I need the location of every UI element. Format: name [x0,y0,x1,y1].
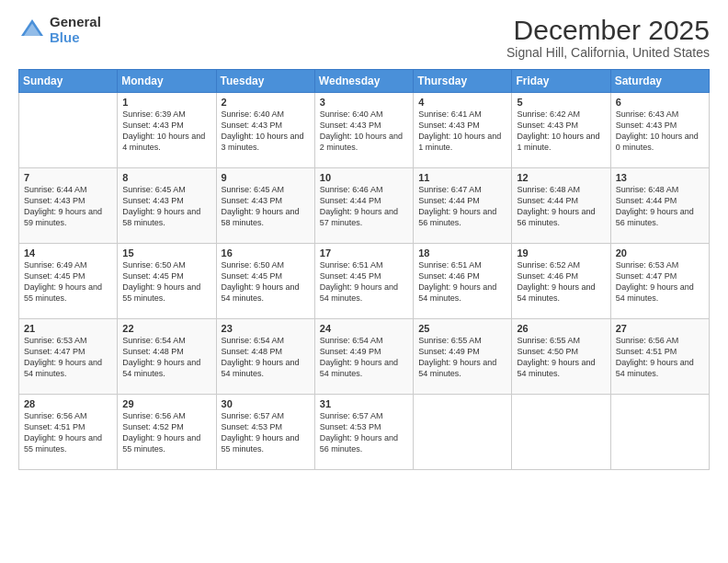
day-info: Sunrise: 6:54 AMSunset: 4:49 PMDaylight:… [320,336,398,378]
table-row: 19 Sunrise: 6:52 AMSunset: 4:46 PMDaylig… [512,244,610,319]
logo-icon [18,17,46,44]
day-info: Sunrise: 6:45 AMSunset: 4:43 PMDaylight:… [122,185,200,227]
header-thursday: Thursday [414,70,512,93]
day-info: Sunrise: 6:50 AMSunset: 4:45 PMDaylight:… [222,260,300,303]
table-row: 7 Sunrise: 6:44 AMSunset: 4:43 PMDayligh… [19,168,118,244]
day-info: Sunrise: 6:40 AMSunset: 4:43 PMDaylight:… [320,109,403,152]
day-number: 5 [517,97,605,108]
table-row: 10 Sunrise: 6:46 AMSunset: 4:44 PMDaylig… [314,168,413,244]
calendar-week-row: 7 Sunrise: 6:44 AMSunset: 4:43 PMDayligh… [19,168,710,244]
day-number: 15 [122,247,210,259]
day-number: 7 [24,172,112,183]
day-info: Sunrise: 6:43 AMSunset: 4:43 PMDaylight:… [616,109,699,152]
table-row [414,395,512,470]
day-number: 16 [222,247,310,259]
day-number: 13 [616,172,704,183]
day-info: Sunrise: 6:53 AMSunset: 4:47 PMDaylight:… [24,336,102,378]
day-info: Sunrise: 6:50 AMSunset: 4:45 PMDaylight:… [122,260,200,303]
logo-general-label: General [50,15,101,30]
table-row: 17 Sunrise: 6:51 AMSunset: 4:45 PMDaylig… [314,244,413,319]
header-friday: Friday [512,70,610,93]
page: General Blue December 2025 Signal Hill, … [0,0,728,563]
table-row: 6 Sunrise: 6:43 AMSunset: 4:43 PMDayligh… [610,93,709,168]
day-info: Sunrise: 6:45 AMSunset: 4:43 PMDaylight:… [222,185,300,227]
day-number: 20 [616,247,704,259]
header-tuesday: Tuesday [216,70,314,93]
table-row [610,395,709,470]
day-number: 6 [616,97,704,108]
day-info: Sunrise: 6:56 AMSunset: 4:51 PMDaylight:… [24,411,102,454]
table-row: 13 Sunrise: 6:48 AMSunset: 4:44 PMDaylig… [610,168,709,244]
table-row: 30 Sunrise: 6:57 AMSunset: 4:53 PMDaylig… [216,395,314,470]
table-row: 12 Sunrise: 6:48 AMSunset: 4:44 PMDaylig… [512,168,610,244]
table-row: 25 Sunrise: 6:55 AMSunset: 4:49 PMDaylig… [414,319,512,395]
table-row: 23 Sunrise: 6:54 AMSunset: 4:48 PMDaylig… [216,319,314,395]
table-row: 1 Sunrise: 6:39 AMSunset: 4:43 PMDayligh… [118,93,216,168]
day-info: Sunrise: 6:39 AMSunset: 4:43 PMDaylight:… [122,109,205,152]
day-info: Sunrise: 6:48 AMSunset: 4:44 PMDaylight:… [616,185,694,227]
day-number: 17 [320,247,408,259]
table-row: 16 Sunrise: 6:50 AMSunset: 4:45 PMDaylig… [216,244,314,319]
day-number: 3 [320,97,408,108]
table-row: 15 Sunrise: 6:50 AMSunset: 4:45 PMDaylig… [118,244,216,319]
calendar: Sunday Monday Tuesday Wednesday Thursday… [18,69,710,470]
day-info: Sunrise: 6:55 AMSunset: 4:50 PMDaylight:… [517,336,595,378]
day-info: Sunrise: 6:42 AMSunset: 4:43 PMDaylight:… [517,109,599,152]
table-row: 24 Sunrise: 6:54 AMSunset: 4:49 PMDaylig… [314,319,413,395]
table-row [512,395,610,470]
table-row: 11 Sunrise: 6:47 AMSunset: 4:44 PMDaylig… [414,168,512,244]
day-number: 31 [320,398,408,409]
day-number: 18 [418,247,506,259]
day-number: 14 [24,247,112,259]
day-number: 2 [222,97,310,108]
day-number: 12 [517,172,605,183]
day-info: Sunrise: 6:56 AMSunset: 4:52 PMDaylight:… [122,411,200,454]
calendar-week-row: 28 Sunrise: 6:56 AMSunset: 4:51 PMDaylig… [19,395,710,470]
day-info: Sunrise: 6:57 AMSunset: 4:53 PMDaylight:… [320,411,398,454]
day-info: Sunrise: 6:46 AMSunset: 4:44 PMDaylight:… [320,185,398,227]
day-info: Sunrise: 6:48 AMSunset: 4:44 PMDaylight:… [517,185,595,227]
day-number: 22 [122,323,210,334]
day-number: 29 [122,398,210,409]
logo-text: General Blue [50,15,101,45]
day-info: Sunrise: 6:51 AMSunset: 4:45 PMDaylight:… [320,260,398,303]
main-title: December 2025 [506,15,710,45]
day-number: 28 [24,398,112,409]
table-row: 8 Sunrise: 6:45 AMSunset: 4:43 PMDayligh… [118,168,216,244]
day-number: 25 [418,323,506,334]
day-number: 9 [222,172,310,183]
day-info: Sunrise: 6:54 AMSunset: 4:48 PMDaylight:… [122,336,200,378]
day-number: 8 [122,172,210,183]
logo-blue-label: Blue [50,30,101,46]
day-info: Sunrise: 6:47 AMSunset: 4:44 PMDaylight:… [418,185,496,227]
table-row: 20 Sunrise: 6:53 AMSunset: 4:47 PMDaylig… [610,244,709,319]
day-number: 21 [24,323,112,334]
table-row: 5 Sunrise: 6:42 AMSunset: 4:43 PMDayligh… [512,93,610,168]
day-number: 24 [320,323,408,334]
calendar-week-row: 1 Sunrise: 6:39 AMSunset: 4:43 PMDayligh… [19,93,710,168]
calendar-week-row: 14 Sunrise: 6:49 AMSunset: 4:45 PMDaylig… [19,244,710,319]
table-row: 26 Sunrise: 6:55 AMSunset: 4:50 PMDaylig… [512,319,610,395]
day-info: Sunrise: 6:40 AMSunset: 4:43 PMDaylight:… [222,109,304,152]
day-info: Sunrise: 6:49 AMSunset: 4:45 PMDaylight:… [24,260,102,303]
header-monday: Monday [118,70,216,93]
day-number: 27 [616,323,704,334]
table-row: 9 Sunrise: 6:45 AMSunset: 4:43 PMDayligh… [216,168,314,244]
day-info: Sunrise: 6:52 AMSunset: 4:46 PMDaylight:… [517,260,595,303]
table-row: 14 Sunrise: 6:49 AMSunset: 4:45 PMDaylig… [19,244,118,319]
day-number: 10 [320,172,408,183]
day-info: Sunrise: 6:55 AMSunset: 4:49 PMDaylight:… [418,336,496,378]
day-number: 4 [418,97,506,108]
logo: General Blue [18,15,101,45]
day-info: Sunrise: 6:53 AMSunset: 4:47 PMDaylight:… [616,260,694,303]
subtitle: Signal Hill, California, United States [506,45,710,60]
table-row: 21 Sunrise: 6:53 AMSunset: 4:47 PMDaylig… [19,319,118,395]
day-number: 26 [517,323,605,334]
table-row [19,93,118,168]
day-number: 30 [222,398,310,409]
title-area: December 2025 Signal Hill, California, U… [506,15,710,60]
table-row: 29 Sunrise: 6:56 AMSunset: 4:52 PMDaylig… [118,395,216,470]
day-number: 23 [222,323,310,334]
day-info: Sunrise: 6:54 AMSunset: 4:48 PMDaylight:… [222,336,300,378]
header: General Blue December 2025 Signal Hill, … [18,15,710,60]
